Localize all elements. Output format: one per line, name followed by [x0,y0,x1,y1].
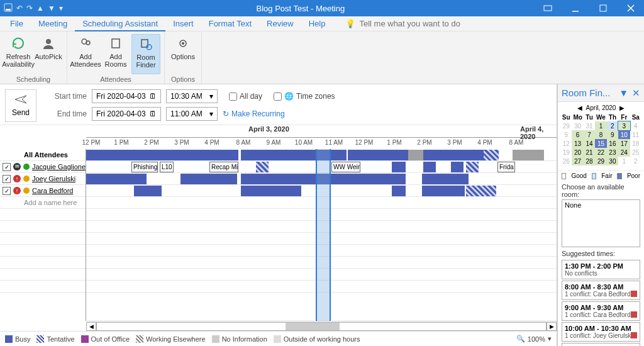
suggested-time-item[interactable]: 10:00 AM - 10:30 AM1 conflict: Joey Gier… [562,322,640,342]
tab-insert[interactable]: Insert [165,16,201,31]
timeline-row [86,185,557,197]
add-attendees-icon [77,35,94,52]
menubar: File Meeting Scheduling Assistant Insert… [0,16,644,31]
globe-icon: 🌐 [284,92,294,101]
start-date-input[interactable]: Fri 2020-04-03🗓 [92,89,161,103]
group-options-label: Options [171,74,195,83]
more-qat-icon[interactable]: ▾ [59,4,63,13]
time-zones-label: Time zones [296,92,335,101]
timeline-row [86,173,557,185]
svg-point-7 [46,39,51,44]
zoom-control[interactable]: 🔍 100%▾ [516,335,552,343]
room-finder-button[interactable]: Room Finder [131,34,160,74]
options-button[interactable]: Options [169,34,197,74]
group-attendees-label: Attendees [100,74,131,83]
room-finder-icon [137,36,155,52]
svg-point-14 [182,42,184,45]
svg-rect-10 [112,39,119,48]
add-name-row[interactable]: Add a name here [0,197,86,209]
refresh-availability-button[interactable]: Refresh Availability [4,34,33,74]
legend: Busy Tentative Out of Office Working Els… [0,331,557,346]
chevron-down-icon[interactable]: ▼ [619,87,628,98]
all-day-checkbox[interactable] [229,92,237,101]
start-time-input[interactable]: 10:30 AM▾ [166,89,218,103]
up-icon[interactable]: ▲ [36,4,44,13]
suggested-time-item[interactable]: 10:30 AM - 11:00 AM [562,343,640,346]
available-rooms-list[interactable]: None [562,199,640,247]
attendee-checkbox[interactable]: ✓ [3,163,11,171]
calendar-icon: 🗓 [149,109,157,118]
minimize-button[interactable] [562,0,589,16]
attendee-row[interactable]: ✓ ↑ Cara Bedford [0,185,86,197]
back-icon[interactable]: ↶ [16,4,23,13]
prev-month-icon[interactable]: ◀ [577,104,582,111]
close-icon[interactable]: ✕ [632,87,640,99]
down-icon[interactable]: ▼ [48,4,55,13]
available-room-label: Choose an available room: [558,181,644,199]
tab-scheduling-assistant[interactable]: Scheduling Assistant [75,16,165,31]
recurring-icon: ↻ [223,109,229,118]
titlebar: ↶ ↷ ▲ ▼ ▾ Blog Post Test - Meeting [0,0,644,16]
end-date-input[interactable]: Fri 2020-04-03🗓 [92,107,161,121]
add-attendees-button[interactable]: Add Attendees [71,34,100,74]
all-attendees-row: All Attendees [0,149,86,161]
presence-icon [23,176,30,182]
add-rooms-icon [107,35,125,52]
close-button[interactable] [618,0,644,16]
send-button[interactable]: Send [5,89,36,122]
suggested-time-item[interactable]: 9:00 AM - 9:30 AM1 conflict: Cara Bedfor… [562,301,640,321]
room-finder-panel: Room Fin... ▼ ✕ ◀ April, 2020 ▶ SuMoTuWe… [557,84,644,346]
presence-icon [23,187,30,194]
required-icon: ↑ [13,175,21,182]
make-recurring-link[interactable]: ↻Make Recurring [223,109,285,118]
all-day-label: All day [240,92,262,101]
send-icon [14,95,27,106]
required-icon: ↑ [13,187,21,194]
room-finder-title: Room Fin... [562,87,611,98]
suggested-times-list: 1:30 PM - 2:00 PMNo conflicts8:00 AM - 8… [558,259,644,346]
tab-format-text[interactable]: Format Text [201,16,259,31]
room-finder-legend: Good Fair Poor [558,170,644,181]
suggested-times-label: Suggested times: [558,247,644,259]
time-zones-checkbox[interactable] [274,92,282,101]
date-header: April 3, 2020 April 4, 2020 [86,125,557,138]
ribbon-display-icon[interactable] [535,0,561,16]
send-label: Send [12,108,30,117]
attendee-row[interactable]: ✓ ✉ Jacquie Gaglione [0,161,86,173]
end-time-input[interactable]: 11:00 AM▾ [166,107,218,121]
presence-icon [23,164,30,170]
group-scheduling-label: Scheduling [16,74,50,83]
suggested-time-item[interactable]: 1:30 PM - 2:00 PMNo conflicts [562,260,640,279]
svg-rect-1 [6,9,11,11]
attendee-checkbox[interactable]: ✓ [3,175,11,183]
lightbulb-icon: 💡 [345,19,355,28]
autopick-icon [40,35,57,52]
tab-review[interactable]: Review [259,16,301,31]
end-time-label: End time [44,109,87,118]
next-month-icon[interactable]: ▶ [619,104,625,111]
attendee-checkbox[interactable]: ✓ [3,187,11,195]
timeline-row-all [86,149,557,161]
ribbon: Refresh Availability AutoPick Scheduling… [0,31,644,84]
tab-help[interactable]: Help [301,16,333,31]
gear-icon [174,35,192,52]
window-title: Blog Post Test - Meeting [67,4,535,13]
attendee-row[interactable]: ✓ ↑ Joey Gierulski [0,173,86,185]
tell-me-field[interactable]: 💡 Tell me what you want to do [345,19,460,28]
time-header: 12 PM1 PM2 PM3 PM4 PM8 AM9 AM10 AM11 AM1… [86,138,557,149]
calendar-icon: 🗓 [149,92,157,101]
add-rooms-button[interactable]: Add Rooms [101,34,130,74]
autopick-button[interactable]: AutoPick [34,34,63,74]
refresh-icon [9,35,27,52]
timeline-scrollbar[interactable]: ◀ ▶ [86,321,557,331]
tab-file[interactable]: File [3,16,31,31]
timeline-row: Phishing Tra L10 Recap Mini WW Weirdo Fr… [86,161,557,173]
tab-meeting[interactable]: Meeting [31,16,75,31]
suggested-time-item[interactable]: 8:00 AM - 8:30 AM1 conflict: Cara Bedfor… [562,281,640,300]
forward-icon[interactable]: ↷ [26,4,33,13]
maximize-button[interactable] [590,0,616,16]
organizer-icon: ✉ [13,163,21,170]
save-icon[interactable] [4,3,13,14]
mini-calendar[interactable]: ◀ April, 2020 ▶ SuMoTuWeThFrSa 293031123… [558,102,644,168]
search-icon: 🔍 [516,335,525,343]
